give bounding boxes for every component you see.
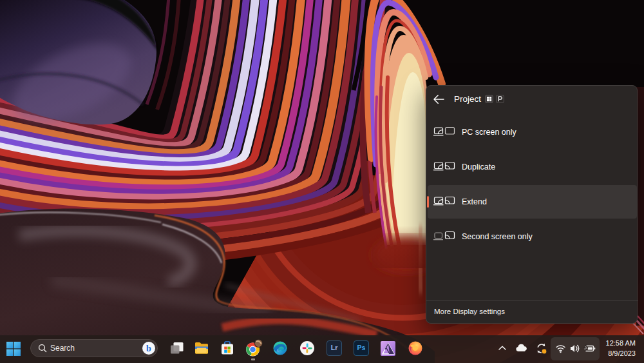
- svg-text:b: b: [146, 344, 151, 353]
